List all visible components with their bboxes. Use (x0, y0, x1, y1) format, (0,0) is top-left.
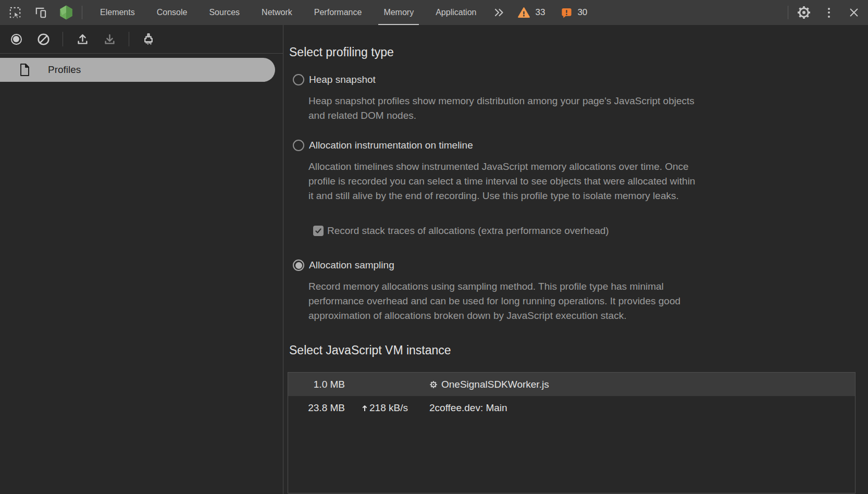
tab-sources[interactable]: Sources (198, 0, 251, 25)
tabbar-right-controls (781, 4, 863, 21)
radio-selected-icon[interactable] (293, 260, 304, 271)
profiling-type-heading: Select profiling type (289, 45, 868, 59)
load-profile-icon[interactable] (75, 31, 90, 47)
clear-all-profiles-brush-icon[interactable] (141, 31, 156, 47)
allocation-timeline-description: Allocation timelines show instrumented J… (308, 159, 868, 203)
profiles-toolbar (0, 25, 283, 54)
tabbar-divider (82, 6, 82, 19)
close-devtools-icon[interactable] (845, 4, 863, 21)
document-icon (19, 63, 30, 77)
heap-snapshot-description: Heap snapshot profiles show memory distr… (308, 94, 868, 123)
radio-heap-snapshot[interactable]: Heap snapshot (293, 74, 868, 85)
memory-panel: Profiles Select profiling type Heap snap… (0, 25, 868, 494)
upload-arrow-icon (361, 404, 369, 412)
warnings-badge[interactable]: 33 (512, 6, 550, 19)
toolbar-divider (129, 32, 129, 46)
menu-kebab-icon[interactable] (820, 4, 838, 21)
inspect-element-icon[interactable] (6, 4, 24, 21)
radio-allocation-timeline[interactable]: Allocation instrumentation on timeline (293, 140, 868, 151)
tabbar-divider (788, 6, 788, 19)
vm-size: 1.0 MB (288, 379, 356, 390)
checkbox-checked-icon[interactable] (313, 226, 324, 236)
vm-rate-cell: 218 kB/s (356, 402, 424, 414)
more-tabs-icon[interactable] (490, 4, 508, 21)
vm-instance-row[interactable]: 1.0 MB OneSignalSDKWorker.js (288, 373, 855, 396)
tab-memory[interactable]: Memory (373, 0, 425, 25)
radio-label: Allocation sampling (309, 260, 394, 271)
panel-tabs: Elements Console Sources Network Perform… (89, 0, 487, 25)
devtools-tabbar: Elements Console Sources Network Perform… (0, 0, 868, 25)
sidebar-item-profiles[interactable]: Profiles (0, 58, 275, 82)
save-profile-icon[interactable] (102, 31, 117, 47)
vm-name-cell: OneSignalSDKWorker.js (424, 379, 855, 390)
vm-rate: 218 kB/s (369, 402, 408, 414)
clear-icon[interactable] (35, 31, 51, 47)
issue-count: 30 (577, 7, 587, 18)
vm-size: 23.8 MB (288, 402, 356, 414)
vm-instance-table: 1.0 MB OneSignalSDKWorker.js (288, 372, 855, 493)
settings-gear-icon[interactable] (795, 4, 813, 21)
vm-name-cell: 2coffee.dev: Main (424, 402, 855, 414)
radio-label: Heap snapshot (309, 74, 376, 85)
profile-launcher: Select profiling type Heap snapshot Heap… (283, 25, 868, 494)
checkbox-label: Record stack traces of allocations (extr… (327, 225, 609, 237)
sidebar-item-label: Profiles (48, 64, 81, 76)
tab-performance[interactable]: Performance (303, 0, 373, 25)
issues-icon (561, 7, 573, 19)
tab-network[interactable]: Network (251, 0, 303, 25)
warning-count: 33 (535, 7, 545, 18)
radio-allocation-sampling[interactable]: Allocation sampling (293, 260, 868, 271)
worker-gear-icon (429, 380, 438, 389)
radio-icon[interactable] (293, 140, 304, 151)
device-toolbar-icon[interactable] (32, 4, 50, 21)
vm-name: OneSignalSDKWorker.js (441, 379, 549, 390)
tab-elements[interactable]: Elements (89, 0, 146, 25)
tab-application[interactable]: Application (425, 0, 487, 25)
record-profile-icon[interactable] (8, 31, 24, 47)
radio-label: Allocation instrumentation on timeline (309, 140, 473, 151)
warning-icon (517, 6, 530, 19)
radio-icon[interactable] (293, 74, 304, 85)
vm-name: 2coffee.dev: Main (429, 402, 507, 414)
allocation-sampling-description: Record memory allocations using sampling… (308, 279, 868, 323)
record-stack-traces-option[interactable]: Record stack traces of allocations (extr… (313, 225, 868, 237)
node-js-icon[interactable] (57, 4, 75, 21)
issues-badge[interactable]: 30 (555, 7, 592, 19)
tab-console[interactable]: Console (146, 0, 199, 25)
profiles-sidebar: Profiles (0, 25, 283, 494)
vm-instance-heading: Select JavaScript VM instance (289, 343, 868, 357)
vm-instance-row[interactable]: 23.8 MB 218 kB/s 2coffee.dev: Main (288, 396, 855, 419)
toolbar-divider (63, 32, 63, 46)
